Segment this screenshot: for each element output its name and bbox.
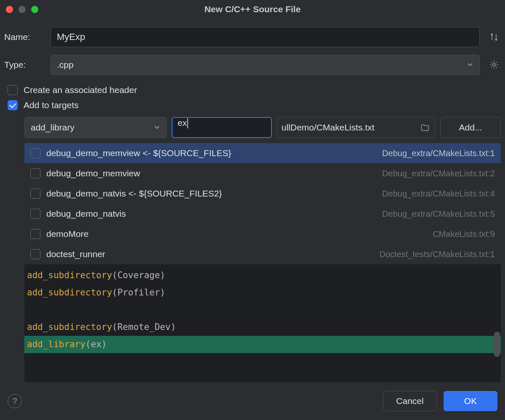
cancel-button[interactable]: Cancel (383, 391, 437, 411)
list-item-checkbox[interactable] (30, 229, 40, 239)
dialog-window: New C/C++ Source File Name: Type: .cpp (0, 0, 505, 420)
create-header-label: Create an associated header (24, 85, 137, 95)
list-item-location: Debug_extra/CMakeLists.txt:5 (382, 209, 495, 219)
list-item-checkbox[interactable] (30, 209, 40, 219)
name-input[interactable] (50, 27, 480, 47)
targets-list: debug_demo_memview <- ${SOURCE_FILES} De… (24, 143, 501, 264)
list-item-checkbox[interactable] (30, 249, 40, 259)
list-item-label: demoMore (46, 229, 427, 239)
add-targets-checkbox[interactable] (8, 100, 18, 110)
footer-buttons: Cancel OK (383, 391, 497, 411)
list-item-label: debug_demo_natvis <- ${SOURCE_FILES2} (46, 189, 376, 199)
list-item[interactable]: doctest_runner Doctest_tests/CMakeLists.… (24, 244, 501, 264)
text-caret (187, 118, 188, 128)
list-item-location: Debug_extra/CMakeLists.txt:1 (382, 149, 495, 158)
add-button[interactable]: Add... (440, 117, 501, 138)
list-item[interactable]: debug_demo_natvis <- ${SOURCE_FILES2} De… (24, 183, 501, 204)
zoom-window-icon[interactable] (31, 6, 38, 13)
code-line (24, 301, 501, 319)
dialog-footer: ? Cancel OK (0, 382, 505, 420)
target-search-input[interactable]: ex (172, 117, 272, 138)
window-title: New C/C++ Source File (0, 4, 505, 14)
target-kind-value: add_library (31, 122, 74, 133)
code-line: add_subdirectory(Coverage) (24, 267, 501, 284)
list-item-label: debug_demo_memview (46, 168, 376, 178)
targets-controls: add_library ex ullDemo/CMakeLists.txt Ad… (4, 113, 501, 143)
add-targets-label: Add to targets (24, 100, 79, 110)
list-item-location: Doctest_tests/CMakeLists.txt:1 (379, 250, 495, 259)
titlebar: New C/C++ Source File (0, 0, 505, 19)
folder-icon (420, 123, 430, 132)
type-label: Type: (4, 60, 43, 70)
list-item-location: CMakeLists.txt:9 (433, 229, 495, 239)
target-path-text: ullDemo/CMakeLists.txt (282, 122, 375, 133)
list-item-checkbox[interactable] (30, 189, 40, 199)
close-window-icon[interactable] (6, 6, 13, 13)
list-item-location: Debug_extra/CMakeLists.txt:4 (382, 189, 495, 199)
ok-button[interactable]: OK (444, 391, 497, 411)
code-preview: add_subdirectory(Coverage) add_subdirect… (24, 264, 501, 382)
dialog-body: Name: Type: .cpp (0, 19, 505, 382)
window-controls (6, 6, 38, 13)
list-item-checkbox[interactable] (30, 148, 40, 158)
create-header-row[interactable]: Create an associated header (4, 82, 501, 98)
target-path-display[interactable]: ullDemo/CMakeLists.txt (277, 117, 435, 138)
minimize-window-icon[interactable] (19, 6, 26, 13)
chevron-down-icon (467, 60, 473, 70)
list-item[interactable]: debug_demo_memview <- ${SOURCE_FILES} De… (24, 143, 501, 163)
chevron-down-icon (154, 122, 160, 133)
type-select[interactable]: .cpp (50, 55, 480, 75)
type-row: Type: .cpp (4, 55, 501, 75)
target-kind-select[interactable]: add_library (24, 117, 167, 138)
code-line: add_subdirectory(Remote_Dev) (24, 319, 501, 336)
list-item[interactable]: debug_demo_natvis Debug_extra/CMakeLists… (24, 204, 501, 224)
type-value: .cpp (57, 60, 74, 70)
create-header-checkbox[interactable] (8, 85, 18, 95)
list-item-label: debug_demo_natvis (46, 209, 376, 219)
code-line: add_subdirectory(Profiler) (24, 284, 501, 301)
target-search-value: ex (178, 118, 187, 128)
list-item[interactable]: debug_demo_memview Debug_extra/CMakeList… (24, 163, 501, 183)
add-targets-row[interactable]: Add to targets (4, 98, 501, 113)
list-item-label: doctest_runner (46, 249, 373, 259)
list-item-location: Debug_extra/CMakeLists.txt:2 (382, 169, 495, 178)
list-item[interactable]: demoMore CMakeLists.txt:9 (24, 224, 501, 244)
sort-icon[interactable] (487, 30, 501, 44)
list-item-checkbox[interactable] (30, 168, 40, 178)
code-line-highlight: add_library(ex) (24, 336, 501, 353)
svg-point-0 (493, 64, 495, 66)
help-icon[interactable]: ? (8, 394, 22, 408)
name-row: Name: (4, 27, 501, 47)
list-item-label: debug_demo_memview <- ${SOURCE_FILES} (46, 148, 376, 158)
scrollbar-thumb[interactable] (494, 332, 500, 357)
gear-icon[interactable] (487, 58, 501, 72)
name-label: Name: (4, 32, 43, 42)
